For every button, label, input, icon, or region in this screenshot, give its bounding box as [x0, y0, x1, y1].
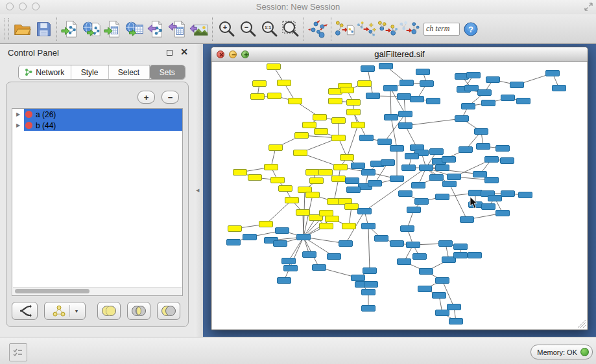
search-input[interactable]	[423, 23, 460, 36]
network-node[interactable]	[459, 147, 473, 153]
network-node[interactable]	[310, 178, 324, 184]
network-node[interactable]	[467, 73, 481, 78]
save-session-button[interactable]	[32, 17, 54, 41]
float-panel-icon[interactable]	[167, 50, 173, 56]
network-node[interactable]	[553, 85, 566, 91]
network-node[interactable]	[340, 155, 354, 161]
network-node[interactable]	[342, 223, 356, 229]
network-node[interactable]	[282, 258, 296, 264]
network-node[interactable]	[352, 275, 365, 281]
zoom-in-button[interactable]: +	[215, 17, 237, 41]
network-node[interactable]	[460, 217, 474, 223]
network-node[interactable]	[442, 157, 456, 163]
network-node[interactable]	[346, 178, 359, 184]
network-node[interactable]	[360, 135, 374, 141]
network-node[interactable]	[454, 253, 468, 258]
network-node[interactable]	[271, 177, 285, 183]
tab-sets[interactable]: Sets	[150, 65, 185, 79]
network-node[interactable]	[334, 165, 348, 170]
network-node[interactable]	[510, 82, 524, 88]
network-node[interactable]	[313, 265, 326, 271]
network-node[interactable]	[399, 191, 412, 197]
network-node[interactable]	[339, 241, 353, 247]
resize-grip-icon[interactable]	[578, 320, 586, 328]
close-panel-icon[interactable]: ✕	[180, 47, 188, 57]
tab-style[interactable]: Style	[71, 65, 109, 79]
network-node[interactable]	[475, 129, 488, 135]
network-node[interactable]	[347, 100, 361, 106]
network-node[interactable]	[436, 165, 449, 171]
network-node[interactable]	[384, 85, 398, 91]
network-node[interactable]	[433, 293, 446, 299]
extend-selection-button[interactable]	[398, 17, 420, 41]
network-node[interactable]	[313, 115, 327, 120]
network-node[interactable]	[319, 170, 333, 176]
remove-set-button[interactable]: −	[161, 91, 179, 104]
network-node[interactable]	[477, 144, 490, 150]
network-node[interactable]	[352, 122, 365, 128]
network-node[interactable]	[436, 278, 449, 284]
network-node[interactable]	[265, 165, 278, 170]
network-node[interactable]	[332, 135, 346, 141]
network-node[interactable]	[485, 157, 499, 163]
network-node[interactable]	[332, 176, 346, 182]
apply-layout-button[interactable]	[307, 17, 328, 41]
zoom-out-button[interactable]: −	[237, 17, 258, 41]
network-node[interactable]	[443, 181, 457, 187]
network-node[interactable]	[295, 133, 309, 139]
network-node[interactable]	[362, 170, 375, 176]
network-node[interactable]	[379, 63, 393, 69]
network-node[interactable]	[278, 278, 291, 284]
dropdown-caret-icon[interactable]: ▼	[75, 309, 79, 313]
network-node[interactable]	[228, 226, 242, 232]
network-node[interactable]	[375, 236, 388, 242]
network-node[interactable]	[390, 146, 404, 152]
zoom-fit-selected-button[interactable]	[280, 17, 301, 41]
network-node[interactable]	[405, 154, 419, 159]
toolbar-drag-handle[interactable]	[5, 18, 9, 40]
network-node[interactable]	[306, 192, 320, 198]
network-node[interactable]	[361, 66, 375, 72]
network-node[interactable]	[519, 192, 532, 198]
network-node[interactable]	[358, 209, 372, 214]
expand-arrow-icon[interactable]: ▶	[12, 122, 24, 128]
network-node[interactable]	[468, 253, 482, 258]
network-node[interactable]	[486, 77, 500, 83]
network-node[interactable]	[436, 310, 449, 316]
network-node[interactable]	[227, 240, 241, 245]
new-set-from-selection-button[interactable]	[12, 302, 38, 320]
network-node[interactable]	[501, 95, 515, 101]
select-first-neighbors-button[interactable]	[377, 17, 398, 41]
network-node[interactable]	[407, 207, 421, 213]
network-node[interactable]	[478, 90, 492, 96]
network-node[interactable]	[253, 81, 267, 87]
network-node[interactable]	[278, 80, 291, 86]
network-node[interactable]	[248, 175, 262, 181]
network-node[interactable]	[276, 228, 289, 234]
help-button[interactable]: ?	[460, 17, 481, 41]
tab-select[interactable]: Select	[109, 65, 150, 79]
panel-splitter[interactable]: ◀	[195, 44, 204, 337]
network-node[interactable]	[352, 163, 365, 169]
network-node[interactable]	[294, 150, 307, 156]
network-node[interactable]	[418, 286, 432, 292]
set-row-b[interactable]: ▶ b (44)	[12, 120, 182, 131]
network-node[interactable]	[454, 244, 468, 250]
network-node[interactable]	[416, 69, 430, 75]
network-node[interactable]	[362, 290, 375, 295]
network-node[interactable]	[546, 71, 560, 76]
difference-button[interactable]	[157, 302, 180, 320]
network-view[interactable]	[212, 62, 587, 329]
export-image-button[interactable]	[188, 17, 209, 41]
network-node[interactable]	[315, 129, 328, 135]
import-network-web-button[interactable]	[81, 17, 102, 41]
network-node[interactable]	[390, 176, 404, 182]
network-node[interactable]	[284, 266, 298, 271]
network-node[interactable]	[436, 194, 449, 200]
network-node[interactable]	[289, 98, 302, 104]
set-row-a[interactable]: ▶ a (26)	[12, 109, 182, 120]
network-node[interactable]	[306, 170, 320, 176]
network-node[interactable]	[401, 226, 414, 232]
network-node[interactable]	[297, 234, 311, 240]
network-node[interactable]	[378, 139, 392, 145]
